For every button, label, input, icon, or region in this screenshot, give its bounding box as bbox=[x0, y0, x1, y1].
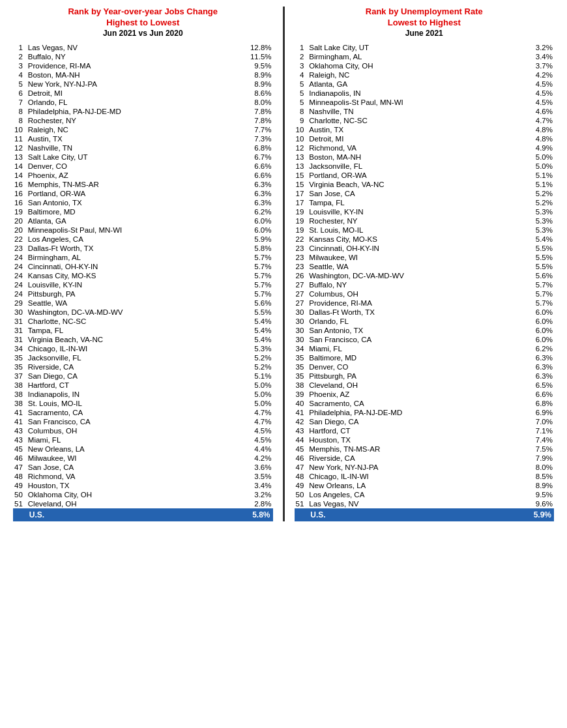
table-row: 12 Nashville, TN 6.8% bbox=[13, 143, 273, 153]
table-row: 40 Sacramento, CA 6.8% bbox=[295, 399, 555, 408]
table-row: 19 Rochester, NY 5.3% bbox=[295, 216, 555, 226]
table-row: 45 New Orleans, LA 4.4% bbox=[13, 444, 273, 454]
table-row: 51 Cleveland, OH 2.8% bbox=[13, 499, 273, 508]
table-row: 7 Orlando, FL 8.0% bbox=[13, 98, 273, 107]
table-row: 5 Atlanta, GA 4.5% bbox=[295, 80, 555, 89]
table-row: 15 Portland, OR-WA 5.1% bbox=[295, 171, 555, 180]
table-row: 8 Philadelphia, PA-NJ-DE-MD 7.8% bbox=[13, 107, 273, 116]
table-row: 49 New Orleans, LA 8.9% bbox=[295, 481, 555, 490]
table-row: 16 Memphis, TN-MS-AR 6.3% bbox=[13, 180, 273, 189]
table-row: 17 Tampa, FL 5.2% bbox=[295, 198, 555, 207]
table-row: 31 Tampa, FL 5.4% bbox=[13, 326, 273, 335]
left-table: 1 Las Vegas, NV 12.8% 2 Buffalo, NY 11.5… bbox=[13, 43, 273, 521]
table-row: 13 Jacksonville, FL 5.0% bbox=[295, 162, 555, 171]
table-row: 42 San Diego, CA 7.0% bbox=[295, 417, 555, 426]
table-row: 23 Milwaukee, WI 5.5% bbox=[295, 253, 555, 262]
table-row: 43 Columbus, OH 4.5% bbox=[13, 426, 273, 435]
table-row: 13 Boston, MA-NH 5.0% bbox=[295, 153, 555, 162]
table-row: 22 Los Angeles, CA 5.9% bbox=[13, 235, 273, 244]
left-title: Rank by Year-over-year Jobs Change Highe… bbox=[13, 7, 273, 29]
table-row: 35 Baltimore, MD 6.3% bbox=[295, 353, 555, 362]
table-row: 6 Detroit, MI 8.6% bbox=[13, 89, 273, 98]
table-row: 35 Jacksonville, FL 5.2% bbox=[13, 353, 273, 362]
table-row: 14 Phoenix, AZ 6.6% bbox=[13, 171, 273, 180]
table-row: 11 Austin, TX 7.3% bbox=[13, 134, 273, 143]
table-row: 13 Salt Lake City, UT 6.7% bbox=[13, 153, 273, 162]
right-subtitle: June 2021 bbox=[295, 29, 555, 38]
table-row: 35 Denver, CO 6.3% bbox=[295, 362, 555, 371]
table-row: 38 Indianapolis, IN 5.0% bbox=[13, 390, 273, 399]
table-row: 31 Virginia Beach, VA-NC 5.4% bbox=[13, 335, 273, 344]
table-row: 2 Buffalo, NY 11.5% bbox=[13, 52, 273, 61]
table-row: 30 San Antonio, TX 6.0% bbox=[295, 326, 555, 335]
table-row: 50 Oklahoma City, OH 3.2% bbox=[13, 490, 273, 499]
table-row: 49 Houston, TX 3.4% bbox=[13, 481, 273, 490]
right-panel: Rank by Unemployment Rate Lowest to High… bbox=[288, 7, 561, 521]
table-row: 41 Sacramento, CA 4.7% bbox=[13, 408, 273, 417]
table-row: 35 Pittsburgh, PA 6.3% bbox=[295, 371, 555, 381]
table-row: 24 Kansas City, MO-KS 5.7% bbox=[13, 271, 273, 280]
table-row: 17 San Jose, CA 5.2% bbox=[295, 189, 555, 198]
table-row: 23 Seattle, WA 5.5% bbox=[295, 262, 555, 271]
table-row: 4 Boston, MA-NH 8.9% bbox=[13, 70, 273, 80]
table-row: 19 Louisville, KY-IN 5.3% bbox=[295, 207, 555, 216]
table-row: 5 Indianapolis, IN 4.5% bbox=[295, 89, 555, 98]
right-table: 1 Salt Lake City, UT 3.2% 2 Birmingham, … bbox=[295, 43, 555, 521]
table-row: 29 Seattle, WA 5.6% bbox=[13, 298, 273, 308]
table-row: 2 Birmingham, AL 3.4% bbox=[295, 52, 555, 61]
right-footer-row: U.S. 5.9% bbox=[295, 508, 555, 521]
table-row: 41 Philadelphia, PA-NJ-DE-MD 6.9% bbox=[295, 408, 555, 417]
table-row: 19 Baltimore, MD 6.2% bbox=[13, 207, 273, 216]
table-row: 23 Cincinnati, OH-KY-IN 5.5% bbox=[295, 244, 555, 253]
table-row: 38 St. Louis, MO-IL 5.0% bbox=[13, 399, 273, 408]
table-row: 46 Riverside, CA 7.9% bbox=[295, 454, 555, 463]
table-row: 8 Rochester, NY 7.8% bbox=[13, 116, 273, 125]
table-row: 41 San Francisco, CA 4.7% bbox=[13, 417, 273, 426]
table-row: 3 Providence, RI-MA 9.5% bbox=[13, 61, 273, 70]
table-row: 30 Washington, DC-VA-MD-WV 5.5% bbox=[13, 308, 273, 317]
panel-divider bbox=[283, 7, 285, 521]
table-row: 47 San Jose, CA 3.6% bbox=[13, 463, 273, 472]
table-row: 24 Pittsburgh, PA 5.7% bbox=[13, 289, 273, 298]
table-row: 30 San Francisco, CA 6.0% bbox=[295, 335, 555, 344]
table-row: 22 Kansas City, MO-KS 5.4% bbox=[295, 235, 555, 244]
table-row: 27 Columbus, OH 5.7% bbox=[295, 289, 555, 298]
table-row: 44 Houston, TX 7.4% bbox=[295, 435, 555, 444]
table-row: 47 New York, NY-NJ-PA 8.0% bbox=[295, 463, 555, 472]
right-title: Rank by Unemployment Rate Lowest to High… bbox=[295, 7, 555, 29]
table-row: 24 Cincinnati, OH-KY-IN 5.7% bbox=[13, 262, 273, 271]
table-row: 10 Austin, TX 4.8% bbox=[295, 125, 555, 134]
left-header: Rank by Year-over-year Jobs Change Highe… bbox=[13, 7, 273, 38]
table-row: 34 Chicago, IL-IN-WI 5.3% bbox=[13, 344, 273, 353]
table-row: 12 Richmond, VA 4.9% bbox=[295, 143, 555, 153]
table-row: 20 Minneapolis-St Paul, MN-WI 6.0% bbox=[13, 226, 273, 235]
table-row: 1 Salt Lake City, UT 3.2% bbox=[295, 43, 555, 52]
table-row: 20 Atlanta, GA 6.0% bbox=[13, 216, 273, 226]
right-header: Rank by Unemployment Rate Lowest to High… bbox=[295, 7, 555, 38]
table-row: 45 Memphis, TN-MS-AR 7.5% bbox=[295, 444, 555, 454]
table-row: 26 Washington, DC-VA-MD-WV 5.6% bbox=[295, 271, 555, 280]
table-row: 43 Miami, FL 4.5% bbox=[13, 435, 273, 444]
table-row: 10 Raleigh, NC 7.7% bbox=[13, 125, 273, 134]
table-row: 51 Las Vegas, NV 9.6% bbox=[295, 499, 555, 508]
table-row: 27 Providence, RI-MA 5.7% bbox=[295, 298, 555, 308]
table-row: 5 New York, NY-NJ-PA 8.9% bbox=[13, 80, 273, 89]
table-row: 30 Orlando, FL 6.0% bbox=[295, 317, 555, 326]
table-row: 8 Nashville, TN 4.6% bbox=[295, 107, 555, 116]
table-row: 24 Birmingham, AL 5.7% bbox=[13, 253, 273, 262]
table-row: 16 Portland, OR-WA 6.3% bbox=[13, 189, 273, 198]
table-row: 39 Phoenix, AZ 6.6% bbox=[295, 390, 555, 399]
table-row: 16 San Antonio, TX 6.3% bbox=[13, 198, 273, 207]
table-row: 48 Richmond, VA 3.5% bbox=[13, 472, 273, 481]
table-row: 35 Riverside, CA 5.2% bbox=[13, 362, 273, 371]
table-row: 5 Minneapolis-St Paul, MN-WI 4.5% bbox=[295, 98, 555, 107]
table-row: 38 Hartford, CT 5.0% bbox=[13, 381, 273, 390]
main-container: Rank by Year-over-year Jobs Change Highe… bbox=[7, 7, 560, 521]
left-subtitle: Jun 2021 vs Jun 2020 bbox=[13, 29, 273, 38]
left-footer-row: U.S. 5.8% bbox=[13, 508, 273, 521]
table-row: 43 Hartford, CT 7.1% bbox=[295, 426, 555, 435]
table-row: 9 Charlotte, NC-SC 4.7% bbox=[295, 116, 555, 125]
table-row: 50 Los Angeles, CA 9.5% bbox=[295, 490, 555, 499]
table-row: 14 Denver, CO 6.6% bbox=[13, 162, 273, 171]
table-row: 23 Dallas-Ft Worth, TX 5.8% bbox=[13, 244, 273, 253]
